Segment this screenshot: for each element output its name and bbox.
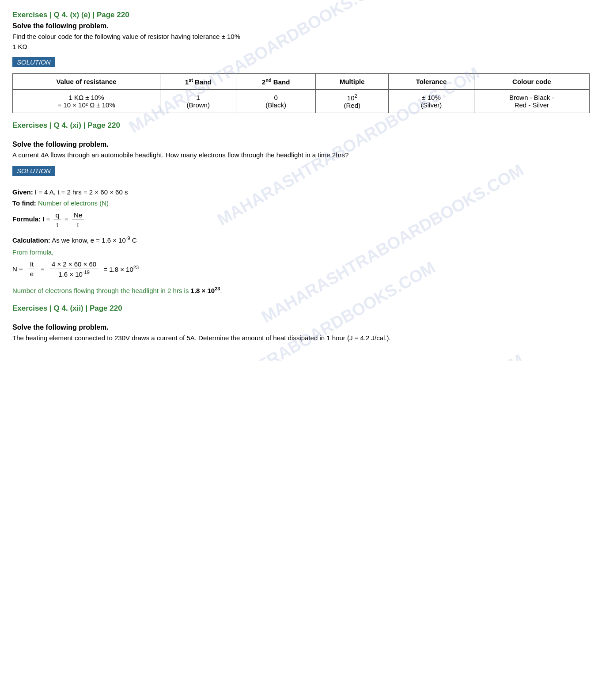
col-header-multiple: Multiple [316, 74, 389, 90]
n-calculation: N = It e = 4 × 2 × 60 × 60 1.6 × 10-19 =… [12, 259, 590, 279]
formula-text: I = q t = Ne t [42, 215, 86, 223]
fraction-ne-t: Ne t [72, 210, 84, 229]
col-header-tolerance: Tolerance [389, 74, 474, 90]
section-1: Exercises | Q 4. (x) (e) | Page 220 Solv… [12, 11, 590, 113]
problem-1-heading: Solve the following problem. [12, 22, 590, 30]
formula-label: Formula: [12, 215, 41, 223]
problem-3-text: The heating element connected to 230V dr… [12, 333, 590, 343]
section-1-title: Exercises | Q 4. (x) (e) | Page 220 [12, 11, 590, 19]
cell-band1: 1 (Brown) [160, 90, 236, 113]
formula-section: Formula: I = q t = Ne t [12, 210, 590, 229]
solution-1-label: SOLUTION [12, 57, 55, 67]
given-label: Given: [12, 188, 33, 196]
calc-section: Calculation: As we know, e = 1.6 × 10-9 … [12, 236, 590, 244]
cell-colour-code: Brown - Black - Red - Silver [474, 90, 589, 113]
calc-label: Calculation: [12, 236, 50, 244]
problem-2-heading: Solve the following problem. [12, 141, 590, 148]
col-header-band1: 1st Band [160, 74, 236, 90]
cell-band2: 0 (Black) [236, 90, 316, 113]
from-formula: From formula, [12, 248, 590, 256]
answer-value: 1.8 × 1023 [191, 287, 220, 294]
fraction-it-e: It e [28, 259, 35, 278]
n-result: = 1.8 × 1023 [103, 265, 139, 273]
given-text: I = 4 A, t = 2 hrs = 2 × 60 × 60 s [35, 188, 128, 196]
resistor-table: Value of resistance 1st Band 2nd Band Mu… [12, 73, 590, 113]
fraction-q-t: q t [54, 210, 61, 229]
tofind-label: To find: [12, 199, 36, 207]
cell-resistance: 1 KΩ ± 10% = 10 × 10² Ω ± 10% [13, 90, 160, 113]
cell-tolerance: ± 10% (Silver) [389, 90, 474, 113]
table-row: 1 KΩ ± 10% = 10 × 10² Ω ± 10% 1 (Brown) … [13, 90, 590, 113]
n-label: N = [12, 265, 23, 273]
calc-text: As we know, e = 1.6 × 10-9 C [52, 236, 136, 244]
tofind-text: Number of electrons (N) [38, 199, 109, 207]
problem-3-heading: Solve the following problem. [12, 323, 590, 331]
given-section: Given: I = 4 A, t = 2 hrs = 2 × 60 × 60 … [12, 188, 590, 196]
section-2-title: Exercises | Q 4. (xi) | Page 220 [12, 121, 590, 130]
cell-multiple: 102 (Red) [316, 90, 389, 113]
solution-2-label: SOLUTION [12, 166, 55, 176]
watermark: MAHARASHTRABOARDBOOKS.COM [258, 350, 527, 361]
fraction-big: 4 × 2 × 60 × 60 1.6 × 10-19 [50, 259, 98, 279]
col-header-resistance: Value of resistance [13, 74, 160, 90]
section-2: Exercises | Q 4. (xi) | Page 220 Solve t… [12, 121, 590, 296]
col-header-band2: 2nd Band [236, 74, 316, 90]
tofind-section: To find: Number of electrons (N) [12, 199, 590, 207]
section-3-title: Exercises | Q 4. (xii) | Page 220 [12, 304, 590, 313]
problem-2-text: A current 4A flows through an automobile… [12, 150, 590, 160]
equals-sign: = [41, 265, 45, 273]
section-3: Exercises | Q 4. (xii) | Page 220 Solve … [12, 304, 590, 343]
problem-1-text: Find the colour code for the following v… [12, 32, 590, 52]
answer-text: Number of electrons flowing through the … [12, 285, 590, 296]
col-header-colour: Colour code [474, 74, 589, 90]
